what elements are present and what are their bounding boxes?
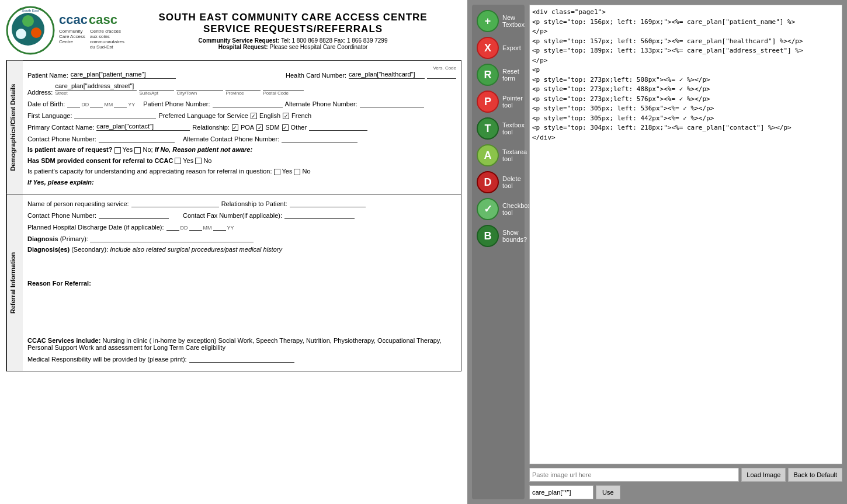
phone-field[interactable]	[213, 99, 283, 107]
address-field-group: care_plan["address_street"] Street	[55, 82, 137, 96]
tool-circle-pointer-tool: P	[477, 91, 499, 113]
sdm-label: SDM	[265, 124, 279, 131]
patient-name-field[interactable]: care_plan["patient_name"]	[71, 71, 176, 79]
form-panel: South East ccac casc Community Care Acce…	[0, 0, 467, 504]
other-label: Other	[291, 124, 307, 131]
tool-export[interactable]: X Export	[475, 35, 521, 61]
sdm-yes-checkbox[interactable]	[175, 158, 181, 164]
postal-field[interactable]	[263, 82, 304, 91]
back-to-default-button[interactable]: Back to Default	[788, 468, 842, 482]
demographics-section: Demographics/Client Details Patient Name…	[6, 61, 461, 194]
contact-phone-field[interactable]	[99, 134, 175, 142]
address-label: Address:	[27, 89, 53, 96]
diag-primary-label: Diagnosis	[27, 235, 58, 242]
referral-label: Referral Information	[6, 194, 23, 371]
use-button[interactable]: Use	[596, 485, 620, 499]
poa-checkbox[interactable]	[232, 124, 238, 131]
title-line2: SERVICE REQUESTS/REFERRALS	[124, 23, 461, 35]
tool-pointer-tool[interactable]: P Pointer tool	[475, 89, 521, 114]
english-checkbox[interactable]	[251, 113, 257, 119]
aware-no-checkbox[interactable]	[134, 147, 141, 154]
demographics-label: Demographics/Client Details	[6, 61, 23, 194]
alt-phone-label: Alternate Phone Number:	[285, 100, 357, 107]
vers-code-field[interactable]	[427, 71, 456, 79]
health-card-field[interactable]: care_plan["healthcard"]	[349, 71, 425, 79]
ref-phone-field[interactable]	[99, 211, 169, 219]
first-lang-field[interactable]	[74, 111, 156, 119]
sdm-checkbox[interactable]	[256, 124, 263, 131]
city-field[interactable]	[176, 82, 223, 91]
french-label: French	[291, 112, 311, 119]
alt-phone-field[interactable]	[360, 99, 424, 107]
address-row: Address: care_plan["address_street"] Str…	[27, 82, 456, 96]
rel-patient-field[interactable]	[290, 199, 366, 207]
discharge-dd[interactable]	[166, 223, 179, 231]
address-field[interactable]: care_plan["address_street"]	[55, 82, 137, 91]
sdm-no-label: No	[203, 157, 211, 164]
capacity-label: Is patient's capacity for understanding …	[27, 168, 272, 175]
tool-label-delete-tool: Delete tool	[502, 175, 521, 189]
capacity-yes-checkbox[interactable]	[274, 169, 280, 175]
tools-sidebar: + New Textbox X Export R Reset form P	[472, 5, 525, 499]
discharge-mm[interactable]	[189, 223, 202, 231]
org-sub-en: Community Care Access Centre	[59, 29, 85, 50]
health-card-label: Health Card Number:	[286, 72, 346, 79]
tool-circle-textarea-tool: A	[477, 144, 499, 166]
postal-field-group: Postal Code	[263, 82, 304, 96]
sdm-yes-label: Yes	[183, 157, 193, 164]
form-header: South East ccac casc Community Care Acce…	[6, 6, 461, 55]
dob-mm[interactable]	[90, 99, 103, 107]
aware-label: Is patient aware of request?	[27, 146, 112, 153]
diag-secondary-suffix: (Secondary):	[71, 246, 108, 253]
right-panel: + New Textbox X Export R Reset form P	[467, 0, 847, 504]
suite-field[interactable]	[139, 82, 174, 91]
tool-circle-show-bounds: B	[477, 225, 499, 247]
patient-name-row: Patient Name: care_plan["patient_name"] …	[27, 65, 456, 79]
org-name-text: ccac casc Community Care Access Centre C…	[59, 12, 124, 50]
preferred-lang-label: Preferred Language for Service	[158, 112, 248, 119]
aware-no-label: No	[143, 146, 151, 153]
brand-casc: casc	[89, 12, 117, 27]
svg-point-4	[16, 29, 26, 39]
reason-label: Reason For Referral:	[27, 280, 456, 287]
variable-input[interactable]	[529, 485, 593, 499]
ref-contact-row: Contact Phone Number: Contact Fax Number…	[27, 211, 456, 219]
url-input[interactable]	[529, 468, 739, 482]
requesting-person-row: Name of person requesting service: Relat…	[27, 199, 456, 207]
aware-row: Is patient aware of request? Yes No; If …	[27, 146, 456, 154]
tool-delete-tool[interactable]: D Delete tool	[475, 169, 521, 195]
tool-checkbox-tool[interactable]: ✓ Checkbox tool	[475, 196, 521, 222]
tool-textbox-tool[interactable]: T Textbox tool	[475, 116, 521, 141]
alt-contact-label: Alternate Contact Phone Number:	[183, 135, 279, 142]
diag-primary-field[interactable]	[90, 234, 254, 242]
form-title-area: SOUTH EAST COMMUNITY CARE ACCESS CENTRE …	[124, 12, 461, 50]
tool-reset-form[interactable]: R Reset form	[475, 62, 521, 88]
aware-yes-checkbox[interactable]	[114, 147, 121, 154]
load-image-button[interactable]: Load Image	[741, 468, 786, 482]
discharge-yy[interactable]	[213, 223, 226, 231]
org-sub-fr: Centre d'accès aux soins communautaires …	[90, 29, 124, 50]
svg-point-3	[31, 27, 41, 38]
tool-show-bounds[interactable]: B Show bounds?	[475, 223, 521, 249]
tool-label-reset-form: Reset form	[502, 68, 520, 82]
fax-field[interactable]	[284, 211, 355, 219]
requesting-field[interactable]	[131, 199, 219, 207]
other-field[interactable]	[309, 123, 367, 131]
code-editor[interactable]: <div class="page1"> <p style="top: 156px…	[529, 5, 842, 464]
tool-textarea-tool[interactable]: A Textarea tool	[475, 142, 521, 168]
other-checkbox[interactable]	[282, 124, 289, 131]
capacity-no-checkbox[interactable]	[294, 169, 300, 175]
province-field[interactable]	[225, 82, 261, 91]
dob-dd[interactable]	[67, 99, 80, 107]
primary-contact-field[interactable]: care_plan["contact"]	[96, 123, 190, 131]
brand-ccac: ccac	[59, 12, 88, 27]
sdm-consent-label: Has SDM provided consent for referral to…	[27, 157, 173, 164]
tool-new-textbox[interactable]: + New Textbox	[475, 8, 521, 34]
dob-yy[interactable]	[114, 99, 127, 107]
requesting-label: Name of person requesting service:	[27, 200, 129, 207]
sdm-no-checkbox[interactable]	[195, 158, 202, 164]
alt-contact-field[interactable]	[282, 134, 357, 142]
capacity-yes-label: Yes	[282, 168, 292, 175]
medical-resp-field[interactable]	[189, 354, 294, 363]
french-checkbox[interactable]	[283, 113, 289, 119]
